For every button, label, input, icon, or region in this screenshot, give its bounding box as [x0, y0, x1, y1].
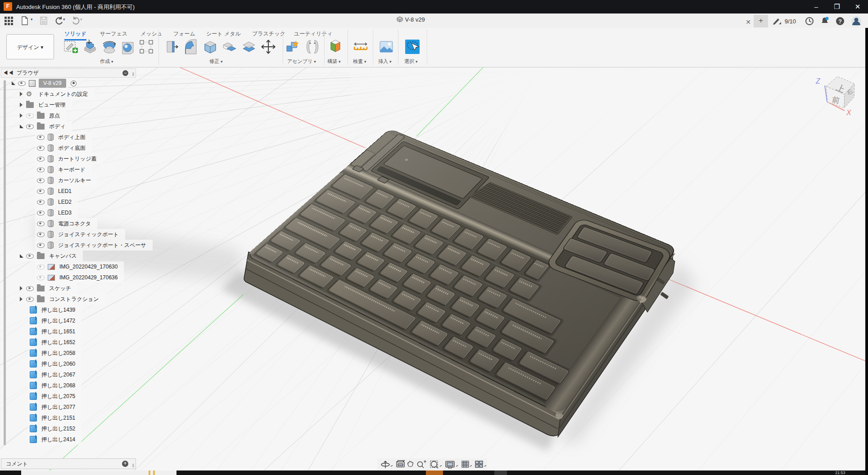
svg-text:Z: Z — [815, 77, 821, 85]
svg-text:X: X — [846, 109, 852, 117]
svg-text:前: 前 — [832, 95, 841, 105]
svg-text:?: ? — [838, 18, 842, 25]
